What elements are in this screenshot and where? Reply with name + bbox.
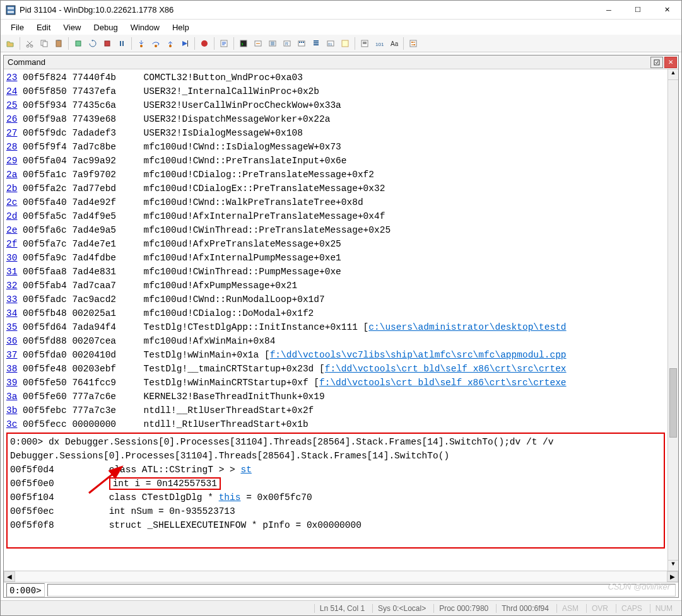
stack-frame-row: 35 00f5fd64 7ada94f4 TestDlg!CTestDlgApp… [6,320,665,334]
frame-link[interactable]: 3c [6,419,17,429]
command-output[interactable]: 23 00f5f824 77440f4b COMCTL32!Button_Wnd… [4,69,667,571]
menu-window[interactable]: Window [124,21,166,34]
frame-link[interactable]: 26 [6,114,17,124]
step-into-icon[interactable] [134,37,148,50]
frame-link[interactable]: 30 [6,253,17,263]
stop-debug-icon[interactable] [100,37,114,50]
frame-link[interactable]: 3b [6,405,17,416]
run-to-cursor-icon[interactable] [178,37,192,50]
variable-link[interactable]: this [219,492,241,503]
svg-rect-29 [314,42,319,44]
break-icon[interactable] [115,37,129,50]
frame-link[interactable]: 37 [6,350,17,360]
frame-link[interactable]: 38 [6,364,17,374]
breakpoint-icon[interactable] [197,37,211,50]
frame-link[interactable]: 3a [6,392,17,402]
variable-highlight: int i = 0n142557531 [109,477,221,490]
locals-window-icon[interactable] [266,37,279,50]
scroll-down-icon[interactable]: ▼ [668,560,678,571]
frame-link[interactable]: 29 [6,156,17,166]
frame-link[interactable]: 2a [6,170,17,180]
scratch-pad-icon[interactable] [338,37,352,50]
stack-frame-row: 33 00f5fadc 7ac9acd2 mfc100ud!CWnd::RunM… [6,293,665,306]
menu-help[interactable]: Help [166,21,196,34]
open-icon[interactable] [3,37,17,50]
command-window-icon[interactable] [237,37,250,50]
source-window-icon[interactable] [358,37,372,50]
go-icon[interactable] [71,37,85,50]
vertical-scrollbar[interactable]: ▲ ▼ [667,69,678,571]
stack-frame-row: 3b 00f5febc 777a7c3e ntdll!__RtlUserThre… [6,404,665,417]
stack-frame-row: 25 00f5f934 77435c6a USER32!UserCallWinP… [6,98,665,112]
frame-link[interactable]: 27 [6,128,17,138]
frame-link[interactable]: 24 [6,86,17,96]
svg-rect-19 [240,40,247,47]
minimize-button[interactable]: ─ [594,1,623,19]
svg-text:101: 101 [375,42,384,47]
source-path-link[interactable]: c:\users\administrator\desktop\testd [368,322,566,332]
font-icon[interactable]: Aa [387,37,401,50]
frame-link[interactable]: 36 [6,336,17,346]
frame-link[interactable]: 34 [6,308,17,318]
command-titlebar: Command ✕ [4,55,678,69]
menu-edit[interactable]: Edit [30,21,57,34]
stack-frame-row: 34 00f5fb48 002025a1 mfc100ud!CDialog::D… [6,306,665,320]
scroll-up-icon[interactable]: ▲ [668,69,678,80]
frame-link[interactable]: 2d [6,211,17,221]
stack-frame-row: 29 00f5fa04 7ac99a92 mfc100ud!CWnd::PreT… [6,154,665,168]
frame-link[interactable]: 25 [6,100,17,110]
memory-window-icon[interactable] [295,37,309,50]
cut-icon[interactable] [23,37,37,50]
paste-icon[interactable] [52,37,66,50]
stack-frame-row: 28 00f5f9f4 7ad7c8be mfc100ud!CWnd::IsDi… [6,140,665,154]
frame-link[interactable]: 2c [6,197,17,207]
options-icon[interactable] [406,37,420,50]
frame-link[interactable]: 39 [6,378,17,388]
menu-debug[interactable]: Debug [87,21,124,34]
restart-icon[interactable] [86,37,100,50]
scroll-thumb[interactable] [669,368,677,438]
disasm-window-icon[interactable]: 01 [324,37,338,50]
horizontal-scrollbar[interactable]: ◀ ▶ [4,571,678,582]
frame-link[interactable]: 2b [6,183,17,194]
copy-icon[interactable] [37,37,51,50]
frame-link[interactable]: 35 [6,322,17,332]
frame-link[interactable]: 31 [6,267,17,277]
source-path-link[interactable]: f:\dd\vctools\crt_bld\self_x86\crt\src\c… [319,378,567,388]
stack-frame-row: 30 00f5fa9c 7ad4fdbe mfc100ud!AfxInterna… [6,251,665,265]
statusbar: Ln 514, Col 1 Sys 0:<Local> Proc 000:798… [1,600,681,615]
maximize-button[interactable]: ☐ [623,1,652,19]
svg-rect-9 [76,41,81,46]
command-input[interactable] [47,584,676,596]
frame-link[interactable]: 28 [6,142,17,152]
menu-file[interactable]: File [4,21,30,34]
binary-mode-icon[interactable]: 101 [372,37,386,50]
stack-frame-row: 2f 00f5fa7c 7ad4e7e1 mfc100ud!AfxPreTran… [6,237,665,251]
menu-view[interactable]: View [57,21,87,34]
callstack-window-icon[interactable] [309,37,323,50]
scroll-right-icon[interactable]: ▶ [667,571,678,582]
frame-link[interactable]: 32 [6,281,17,291]
frame-link[interactable]: 2e [6,225,17,235]
frame-link[interactable]: 2f [6,239,17,249]
registers-window-icon[interactable]: R [280,37,294,50]
close-button[interactable]: ✕ [652,1,681,19]
step-out-icon[interactable] [163,37,177,50]
scroll-left-icon[interactable]: ◀ [4,571,15,582]
command-dock-icon[interactable] [650,57,663,68]
source-mode-icon[interactable] [217,37,231,50]
svg-rect-33 [342,40,348,47]
stack-frame-row: 2a 00f5fa1c 7a9f9702 mfc100ud!CDialog::P… [6,168,665,182]
frame-link[interactable]: 23 [6,73,17,83]
frame-link[interactable]: 33 [6,294,17,305]
watch-window-icon[interactable] [251,37,265,50]
variable-link[interactable]: st [240,465,251,475]
stack-frame-row: 37 00f5fda0 0020410d TestDlg!wWinMain+0x… [6,348,665,362]
command-close-icon[interactable]: ✕ [664,57,677,68]
step-over-icon[interactable] [149,37,163,50]
svg-rect-8 [57,40,60,41]
status-caps: CAPS [616,604,647,613]
source-path-link[interactable]: f:\dd\vctools\vc7libs\ship\atlmfc\src\mf… [270,350,567,360]
status-sys: Sys 0:<Local> [372,604,431,613]
source-path-link[interactable]: f:\dd\vctools\crt_bld\self_x86\crt\src\c… [325,364,567,374]
